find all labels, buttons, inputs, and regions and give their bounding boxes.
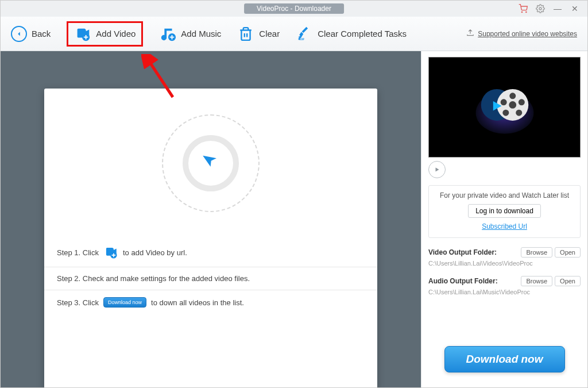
play-row: [428, 161, 581, 178]
svg-point-13: [509, 93, 516, 99]
add-music-button[interactable]: Add Music: [159, 25, 221, 43]
step-2: Step 2. Check and make settings for the …: [44, 267, 377, 290]
step-1-text-a: Step 1. Click: [57, 248, 99, 257]
broom-icon: 100%: [296, 25, 313, 43]
login-subtitle: For your private video and Watch Later l…: [434, 191, 575, 199]
video-folder-path: C:\Users\Lillian.Lai\Videos\VideoProc: [428, 260, 581, 267]
download-now-mini-icon: Download now: [103, 297, 146, 308]
svg-point-2: [539, 7, 541, 10]
svg-point-1: [526, 11, 527, 12]
svg-text:100%: 100%: [300, 38, 304, 40]
video-folder-row: Video Output Folder: Browse Open C:\User…: [428, 247, 581, 267]
video-folder-label: Video Output Folder:: [428, 248, 497, 256]
add-video-icon: [74, 25, 91, 43]
play-button[interactable]: [428, 161, 446, 178]
supported-websites-link[interactable]: Supported online video websites: [478, 30, 577, 38]
dashed-circle: [162, 114, 260, 212]
main-area: Step 1. Click to add Video by url. Step …: [1, 51, 587, 388]
inner-circle: [183, 135, 239, 191]
add-music-label: Add Music: [181, 29, 221, 39]
cart-icon[interactable]: [519, 4, 528, 13]
video-browse-button[interactable]: Browse: [521, 247, 552, 258]
add-video-label: Add Video: [96, 29, 136, 39]
minimize-button[interactable]: —: [553, 4, 562, 13]
clear-completed-button[interactable]: 100% Clear Completed Tasks: [296, 25, 407, 43]
svg-point-12: [509, 101, 516, 109]
guide-card: Step 1. Click to add Video by url. Step …: [44, 89, 377, 388]
download-now-button[interactable]: Download now: [444, 346, 565, 372]
back-button[interactable]: Back: [11, 26, 51, 42]
audio-folder-label: Audio Output Folder:: [428, 277, 498, 285]
settings-icon[interactable]: [536, 4, 545, 13]
steps-list: Step 1. Click to add Video by url. Step …: [44, 238, 377, 314]
svg-point-16: [502, 109, 509, 116]
step-3-text-b: to down all videos in the list.: [151, 298, 244, 307]
step-1: Step 1. Click to add Video by url.: [44, 238, 377, 267]
clear-button[interactable]: Clear: [237, 25, 280, 43]
audio-browse-button[interactable]: Browse: [521, 276, 552, 286]
window-title: VideoProc - Downloader: [244, 3, 344, 14]
back-arrow-icon: [11, 26, 27, 42]
clear-completed-label: Clear Completed Tasks: [318, 29, 407, 39]
drop-zone[interactable]: [44, 89, 377, 238]
audio-folder-path: C:\Users\Lillian.Lai\Music\VideoProc: [428, 289, 581, 295]
step-3-text-a: Step 3. Click: [57, 298, 99, 307]
back-label: Back: [32, 29, 51, 39]
add-video-mini-icon: [103, 245, 118, 260]
video-open-button[interactable]: Open: [555, 247, 581, 258]
upload-icon: [466, 29, 474, 39]
title-bar: VideoProc - Downloader — ✕: [1, 1, 587, 17]
login-button[interactable]: Log in to download: [468, 204, 541, 218]
toolbar-right: Supported online video websites: [466, 29, 577, 39]
step-2-text: Step 2. Check and make settings for the …: [57, 274, 250, 283]
add-music-icon: [159, 25, 176, 43]
svg-point-14: [518, 99, 524, 105]
login-box: For your private video and Watch Later l…: [428, 185, 581, 238]
step-1-text-b: to add Video by url.: [123, 248, 187, 257]
svg-point-17: [500, 99, 506, 105]
audio-open-button[interactable]: Open: [555, 276, 581, 286]
svg-point-0: [521, 11, 522, 12]
svg-point-15: [516, 109, 522, 116]
preview-box: [428, 57, 581, 157]
subscribed-url-link[interactable]: Subscribed Url: [434, 222, 575, 231]
cursor-arrow-icon: [199, 149, 223, 176]
audio-folder-row: Audio Output Folder: Browse Open C:\User…: [428, 276, 581, 295]
close-button[interactable]: ✕: [570, 4, 579, 13]
clear-label: Clear: [259, 29, 280, 39]
left-panel: Step 1. Click to add Video by url. Step …: [1, 51, 421, 388]
toolbar: Back Add Video Add Music Clear 100% Clea…: [1, 17, 587, 51]
add-video-button[interactable]: Add Video: [67, 21, 143, 47]
right-panel: For your private video and Watch Later l…: [421, 51, 587, 388]
trash-icon: [237, 25, 254, 43]
step-3: Step 3. Click Download now to down all v…: [44, 290, 377, 314]
logo-reel-icon: [473, 76, 536, 139]
title-controls: — ✕: [519, 4, 587, 13]
